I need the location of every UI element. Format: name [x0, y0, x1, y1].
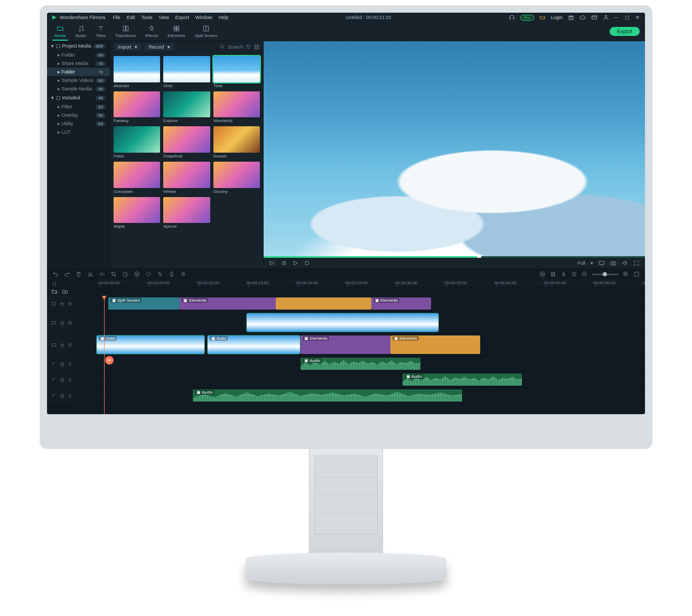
preview-scrubber[interactable] — [264, 256, 645, 258]
mute-icon[interactable] — [68, 393, 73, 399]
window-minimize[interactable]: ─ — [614, 15, 620, 20]
menu-edit[interactable]: Edit — [127, 15, 135, 20]
clip[interactable]: ▣ Solid — [97, 335, 204, 354]
render-icon[interactable] — [539, 271, 546, 277]
eye-icon[interactable] — [68, 342, 73, 348]
track[interactable]: ▣ Split Screen▣ Elements▣ Elements — [47, 296, 645, 312]
gift-icon[interactable] — [568, 14, 574, 21]
clip[interactable] — [276, 297, 371, 310]
lock-icon[interactable] — [60, 393, 65, 399]
record-dropdown[interactable]: Record▾ — [145, 43, 174, 51]
media-thumb[interactable]: Time — [213, 56, 260, 88]
clip[interactable]: ▣ Audio — [403, 374, 522, 386]
playhead[interactable] — [104, 296, 105, 414]
zoom-out-icon[interactable] — [582, 271, 588, 277]
sidebar-item[interactable]: ▸ LUT — [47, 128, 110, 136]
timeline-ruler[interactable]: 00:00:00:0000:00:05:0000:00:10:0000:00:1… — [100, 279, 645, 288]
track-header[interactable] — [47, 312, 73, 333]
cloud-icon[interactable] — [579, 14, 586, 21]
menu-help[interactable]: Help — [219, 15, 229, 20]
new-folder-icon[interactable] — [51, 288, 58, 295]
prev-frame-icon[interactable] — [269, 260, 275, 266]
menu-view[interactable]: View — [158, 15, 169, 20]
mute-icon[interactable] — [68, 377, 73, 383]
crop-icon[interactable] — [110, 271, 117, 277]
headset-icon[interactable] — [509, 14, 515, 21]
login-link[interactable]: Login — [551, 15, 563, 20]
stop-icon[interactable] — [304, 260, 310, 266]
lock-icon[interactable] — [60, 320, 65, 326]
mode-titles[interactable]: Titles — [93, 23, 108, 41]
grid-view-icon[interactable] — [254, 44, 260, 50]
crown-icon[interactable] — [539, 14, 546, 21]
media-thumb[interactable]: Fantasy — [114, 91, 160, 124]
preview-canvas[interactable] — [264, 41, 645, 258]
menu-export[interactable]: Export — [175, 15, 189, 20]
clip[interactable]: ▣ Solid — [208, 335, 300, 354]
track[interactable]: ▣ Audio✂ — [47, 356, 645, 372]
undo-icon[interactable] — [52, 271, 59, 277]
mail-icon[interactable] — [591, 14, 597, 21]
track[interactable]: Normal 1.00X ▾ — [47, 312, 645, 334]
track[interactable]: ▣ Solid▣ Solid▣ Elements▣ Elements — [47, 334, 645, 356]
play-icon[interactable] — [292, 260, 298, 266]
mix-icon[interactable] — [550, 271, 556, 277]
filter-icon[interactable] — [245, 44, 251, 50]
media-thumb[interactable]: Abstract — [114, 56, 160, 88]
clip[interactable]: ▣ Elements — [371, 297, 431, 310]
step-back-icon[interactable] — [280, 260, 287, 266]
fullscreen-icon[interactable] — [633, 260, 640, 266]
cut-icon[interactable] — [87, 271, 93, 277]
marker-icon[interactable] — [169, 271, 175, 277]
sidebar-item[interactable]: ▸ Utility68 — [47, 119, 110, 128]
sidebar-item[interactable]: ▸ Share Media78 — [47, 59, 110, 68]
zoom-slider[interactable] — [592, 274, 619, 275]
mode-effects[interactable]: Effects — [143, 23, 160, 41]
sidebar-item[interactable]: ▸ Folder89 — [47, 51, 110, 59]
track-manage-icon[interactable] — [571, 271, 577, 277]
sidebar-group-included[interactable]: ▾▢ Included49 — [47, 93, 110, 102]
export-button[interactable]: Export — [610, 27, 640, 36]
search-input[interactable]: Search — [228, 44, 243, 50]
sidebar-item[interactable]: ▸ Filter29 — [47, 102, 110, 111]
speed-icon[interactable] — [122, 271, 128, 277]
media-thumb[interactable]: Wonderful — [213, 91, 260, 124]
mute-icon[interactable] — [68, 361, 73, 367]
media-thumb[interactable]: Grapefruit — [163, 126, 210, 158]
delete-icon[interactable] — [76, 271, 82, 277]
mode-split-screen[interactable]: Split Screen — [193, 23, 220, 41]
media-thumb[interactable]: Maple — [114, 197, 160, 229]
zoom-in-icon[interactable] — [623, 271, 629, 277]
clip[interactable]: ▣ Elements — [180, 297, 275, 310]
media-thumb[interactable]: Vivid — [163, 56, 210, 88]
media-thumb[interactable]: Explore — [163, 91, 210, 124]
clip[interactable]: ▣ Audio — [193, 389, 462, 402]
sidebar-item[interactable]: ▸ Sample Videos60 — [47, 76, 110, 85]
sidebar-group-project-media[interactable]: ▾▢ Project Media889 — [47, 41, 110, 51]
track-header[interactable] — [47, 296, 73, 311]
clip[interactable]: ▣ Audio — [301, 358, 420, 370]
color-icon[interactable] — [134, 271, 140, 277]
split-icon[interactable] — [99, 271, 105, 277]
volume-icon[interactable] — [622, 260, 628, 266]
media-thumb[interactable]: Colorplate — [114, 162, 160, 194]
media-thumb[interactable]: Gloomy — [213, 162, 260, 194]
adjust-icon[interactable] — [157, 271, 163, 277]
new-bin-icon[interactable] — [62, 288, 68, 295]
media-thumb[interactable]: Sunset — [213, 126, 260, 158]
menu-file[interactable]: File — [113, 15, 120, 20]
track-header[interactable] — [47, 356, 73, 371]
clip[interactable]: ▣ Elements — [301, 335, 390, 354]
menu-window[interactable]: Window — [195, 15, 212, 20]
track[interactable]: ▣ Audio — [47, 372, 645, 388]
window-maximize[interactable]: ▢ — [625, 15, 630, 20]
media-thumb[interactable]: Wheat — [163, 162, 210, 194]
mode-elements[interactable]: Elements — [165, 23, 187, 41]
media-thumb[interactable]: Apricot — [163, 197, 210, 229]
clip[interactable]: Normal 1.00X ▾ — [247, 313, 438, 332]
clip[interactable]: ▣ Split Screen — [108, 297, 180, 310]
mode-media[interactable]: Media — [52, 23, 68, 41]
track-header[interactable] — [47, 388, 73, 403]
preview-quality[interactable]: Full — [577, 260, 585, 266]
import-dropdown[interactable]: Import▾ — [114, 43, 142, 51]
